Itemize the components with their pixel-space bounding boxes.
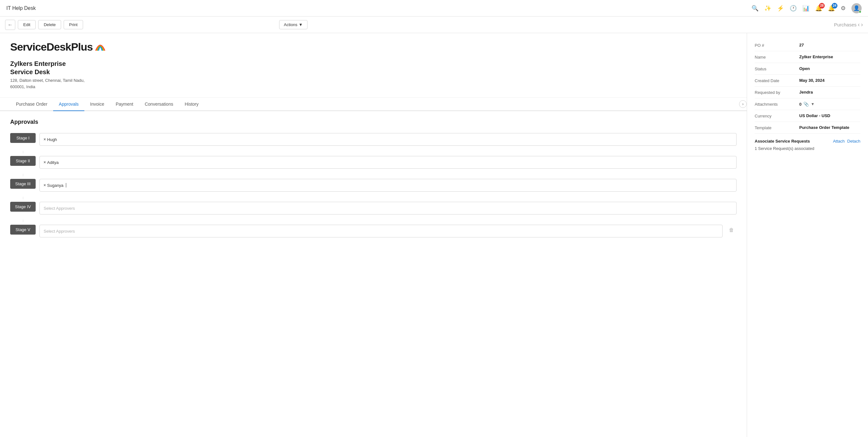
top-nav: IT Help Desk 🔍 ✨ ⚡ 🕐 📊 🔔 28 🔔 24 ⚙ 👤 [0, 0, 868, 17]
approvals-section: Approvals Stage I × Hugh Stage II × [0, 111, 747, 250]
stage-3-button[interactable]: Stage III [10, 179, 36, 189]
label-currency: Currency [755, 113, 799, 118]
stage-3-input[interactable]: × Suganya [39, 179, 737, 192]
label-requested-by: Requested by [755, 90, 799, 95]
avatar[interactable]: 👤 [851, 3, 862, 13]
actions-button[interactable]: Actions ▼ [279, 20, 308, 29]
stage-4-input[interactable]: Select Approvers [39, 202, 737, 215]
value-currency: US Dollar - USD [799, 113, 831, 118]
detail-row-created-date: Created Date May 30, 2024 [755, 75, 860, 87]
notification-badge: 28 [819, 3, 825, 9]
paperclip-icon[interactable]: 📎 [803, 101, 809, 106]
company-logo: ServiceDesk Plus [10, 41, 737, 53]
company-name: Zylkers Enterprise Service Desk [10, 60, 737, 76]
purchases-nav: Purchases ‹ › [834, 21, 863, 28]
detach-link[interactable]: Detach [847, 139, 860, 144]
stage-row: Stage I × Hugh [10, 133, 737, 146]
detail-row-requested-by: Requested by Jendra [755, 87, 860, 98]
assoc-header: Associate Service Requests Attach Detach [755, 139, 860, 144]
delete-button[interactable]: Delete [38, 20, 61, 29]
detail-row-currency: Currency US Dollar - USD [755, 110, 860, 122]
remove-hugh-button[interactable]: × [43, 137, 46, 142]
stage-1-button[interactable]: Stage I [10, 133, 36, 143]
associate-service-requests-section: Associate Service Requests Attach Detach… [755, 139, 860, 151]
label-template: Template [755, 125, 799, 130]
logo-text-main: ServiceDesk [10, 41, 71, 53]
action-bar: ← Edit Delete Print Actions ▼ Purchases … [0, 17, 868, 33]
stage-5-placeholder: Select Approvers [43, 229, 75, 233]
tabs-bar: Purchase Order Approvals Invoice Payment… [0, 98, 747, 111]
connector-line-1 [23, 151, 23, 153]
tab-history[interactable]: History [179, 98, 204, 111]
attachment-count: 0 [799, 102, 802, 106]
history-icon[interactable]: 🕐 [790, 5, 797, 12]
stage-row: Stage II × Aditya [10, 156, 737, 169]
tab-approvals[interactable]: Approvals [53, 98, 84, 111]
remove-aditya-button[interactable]: × [43, 160, 46, 164]
detail-row-po: PO # 27 [755, 39, 860, 51]
label-status: Status [755, 66, 799, 71]
label-created-date: Created Date [755, 78, 799, 83]
stage-2-button[interactable]: Stage II [10, 156, 36, 166]
value-status: Open [799, 66, 810, 71]
approver-tag-hugh: × Hugh [43, 137, 57, 142]
attachment-chevron-icon[interactable]: ▼ [811, 102, 814, 106]
approver-tag-aditya: × Aditya [43, 160, 59, 165]
attachments-control: 0 📎 ▼ [799, 101, 814, 106]
assoc-count: 1 Service Request(s) associated [755, 146, 860, 151]
flash-icon[interactable]: ⚡ [777, 5, 784, 12]
stage-2-input[interactable]: × Aditya [39, 156, 737, 169]
back-button[interactable]: ← [5, 20, 15, 30]
left-content: ServiceDesk Plus Zylkers Enterprise Serv… [0, 33, 747, 437]
delete-stage-5-button[interactable]: 🗑 [726, 225, 737, 236]
action-bar-right: Purchases ‹ › [834, 21, 863, 28]
action-bar-left: ← Edit Delete Print Actions ▼ [5, 20, 308, 30]
stage-4-placeholder: Select Approvers [43, 206, 75, 211]
tab-payment[interactable]: Payment [110, 98, 139, 111]
company-address: 128, Dalton street, Chennai, Tamil Nadu,… [10, 77, 737, 90]
settings-icon[interactable]: ⚙ [841, 5, 846, 12]
value-po: 27 [799, 43, 804, 48]
company-header: ServiceDesk Plus Zylkers Enterprise Serv… [0, 33, 747, 98]
logo-arc-icon [93, 39, 107, 53]
stage-1-input[interactable]: × Hugh [39, 133, 737, 146]
assistant-icon[interactable]: ✨ [764, 5, 771, 12]
updates-icon[interactable]: 🔔 24 [828, 5, 835, 12]
detail-row-attachments: Attachments 0 📎 ▼ [755, 98, 860, 110]
tab-purchase-order[interactable]: Purchase Order [10, 98, 53, 111]
tab-collapse-button[interactable]: › [739, 100, 747, 108]
tab-invoice[interactable]: Invoice [84, 98, 110, 111]
edit-button[interactable]: Edit [18, 20, 36, 29]
stage-row: Stage V Select Approvers 🗑 [10, 225, 737, 238]
value-requested-by: Jendra [799, 90, 813, 95]
stage-row: Stage IV Select Approvers [10, 202, 737, 215]
detail-row-template: Template Purchase Order Template [755, 122, 860, 134]
prev-purchase-icon[interactable]: ‹ [858, 21, 860, 28]
label-name: Name [755, 55, 799, 60]
reports-icon[interactable]: 📊 [802, 5, 809, 12]
connector-line-2 [23, 174, 23, 176]
print-button[interactable]: Print [64, 20, 83, 29]
label-attachments: Attachments [755, 101, 799, 106]
approvals-title: Approvals [10, 119, 737, 125]
tab-conversations[interactable]: Conversations [139, 98, 179, 111]
purchases-label: Purchases [834, 22, 857, 27]
detail-row-name: Name Zylker Enterprise [755, 51, 860, 63]
value-name: Zylker Enterprise [799, 55, 833, 59]
search-icon[interactable]: 🔍 [751, 5, 758, 12]
stage-5-input[interactable]: Select Approvers [39, 225, 722, 238]
remove-suganya-button[interactable]: × [43, 183, 46, 187]
assoc-links: Attach Detach [833, 139, 860, 144]
updates-badge: 24 [832, 3, 837, 9]
detail-row-status: Status Open [755, 63, 860, 75]
stage-5-button[interactable]: Stage V [10, 225, 36, 235]
next-purchase-icon[interactable]: › [861, 21, 863, 28]
stage-4-button[interactable]: Stage IV [10, 202, 36, 212]
nav-icons: 🔍 ✨ ⚡ 🕐 📊 🔔 28 🔔 24 ⚙ 👤 [751, 3, 862, 13]
notifications-icon[interactable]: 🔔 28 [815, 5, 822, 12]
stage-row: Stage III × Suganya [10, 179, 737, 192]
connector-line-3 [23, 197, 23, 199]
attach-link[interactable]: Attach [833, 139, 845, 144]
approver-tag-suganya: × Suganya [43, 183, 63, 188]
value-template: Purchase Order Template [799, 125, 849, 130]
